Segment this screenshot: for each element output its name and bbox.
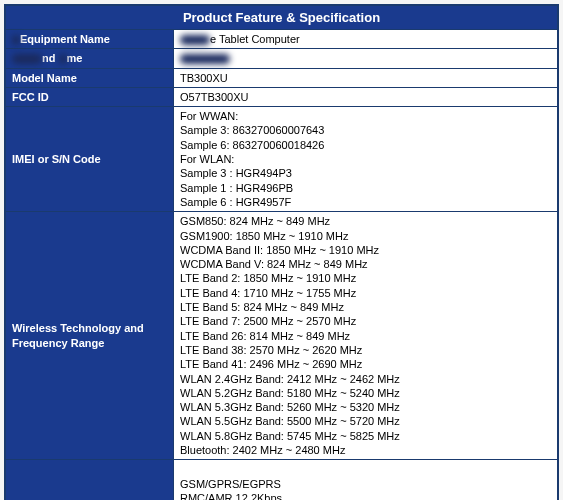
row-brand-name: nd me	[5, 49, 558, 68]
value-mode: GSM/GPRS/EGPRS RMC/AMR 12.2Kbps HSDPA HS…	[174, 460, 559, 500]
value-equipment-name: e Tablet Computer	[174, 30, 559, 49]
table-header: Product Feature & Specification	[5, 5, 558, 30]
row-wireless: Wireless Technology and Frequency Range …	[5, 212, 558, 460]
label-fcc-id: FCC ID	[5, 87, 174, 106]
value-model-name: TB300XU	[174, 68, 559, 87]
row-equipment-name: Equipment Name e Tablet Computer	[5, 30, 558, 49]
label-model-name: Model Name	[5, 68, 174, 87]
label-wireless: Wireless Technology and Frequency Range	[5, 212, 174, 460]
label-equipment-name: Equipment Name	[5, 30, 174, 49]
row-model-name: Model Name TB300XU	[5, 68, 558, 87]
value-fcc-id: O57TB300XU	[174, 87, 559, 106]
value-wireless: GSM850: 824 MHz ~ 849 MHz GSM1900: 1850 …	[174, 212, 559, 460]
label-brand-name: nd me	[5, 49, 174, 68]
row-mode: Mode GSM/GPRS/EGPRS RMC/AMR 12.2Kbps HSD…	[5, 460, 558, 500]
row-fcc-id: FCC ID O57TB300XU	[5, 87, 558, 106]
value-imei: For WWAN: Sample 3: 863270060007643 Samp…	[174, 107, 559, 212]
row-imei: IMEI or S/N Code For WWAN: Sample 3: 863…	[5, 107, 558, 212]
spec-table: Product Feature & Specification Equipmen…	[4, 4, 559, 500]
label-mode: Mode	[5, 460, 174, 500]
value-brand-name	[174, 49, 559, 68]
label-imei: IMEI or S/N Code	[5, 107, 174, 212]
